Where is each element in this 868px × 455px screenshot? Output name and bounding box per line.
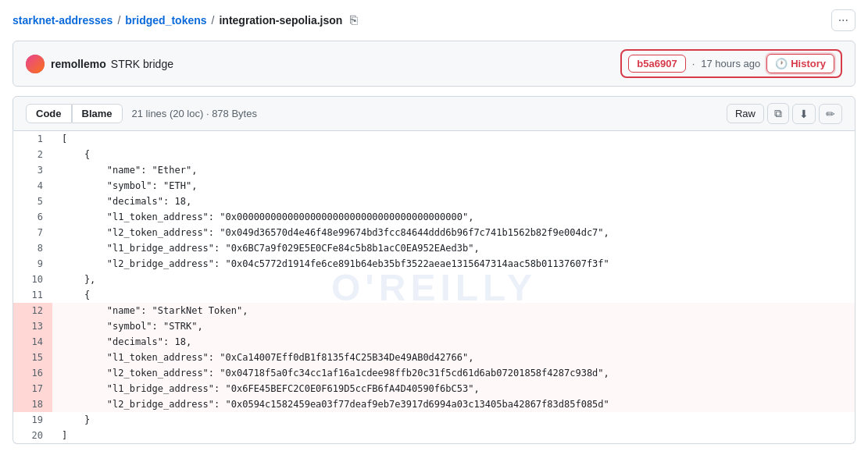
table-row: 18 "l2_bridge_address": "0x0594c1582459e… [13, 396, 855, 412]
line-code: }, [52, 272, 855, 287]
line-code: { [52, 147, 855, 162]
history-button[interactable]: 🕐 History [766, 54, 834, 73]
line-number: 14 [13, 334, 52, 350]
table-row: 19 } [13, 412, 855, 428]
table-row: 15 "l1_token_address": "0xCa14007Eff0dB1… [13, 350, 855, 365]
commit-hash-area: b5a6907 · 17 hours ago 🕐 History [620, 49, 842, 78]
table-row: 11 { [13, 287, 855, 303]
line-code: [ [52, 131, 855, 147]
line-code: "symbol": "STRK", [52, 318, 855, 334]
table-row: 5 "decimals": 18, [13, 194, 855, 209]
table-row: 1[ [13, 131, 855, 147]
line-code: "decimals": 18, [52, 334, 855, 350]
table-row: 13 "symbol": "STRK", [13, 318, 855, 334]
line-number: 19 [13, 412, 52, 428]
line-code: "symbol": "ETH", [52, 178, 855, 194]
line-number: 12 [13, 303, 52, 318]
line-code: } [52, 412, 855, 428]
line-code: "l2_token_address": "0x04718f5a0fc34cc1a… [52, 365, 855, 381]
line-code: "decimals": 18, [52, 194, 855, 209]
table-row: 3 "name": "Ether", [13, 162, 855, 178]
line-number: 4 [13, 178, 52, 194]
table-row: 8 "l1_bridge_address": "0x6BC7a9f029E5E0… [13, 240, 855, 256]
table-row: 12 "name": "StarkNet Token", [13, 303, 855, 318]
commit-author[interactable]: remollemo [51, 58, 106, 70]
table-row: 7 "l2_token_address": "0x049d36570d4e46f… [13, 225, 855, 240]
code-container: O'REILLY 1[2 {3 "name": "Ether",4 "symbo… [13, 131, 855, 444]
sep1: / [117, 14, 120, 27]
line-number: 17 [13, 381, 52, 396]
line-code: "l2_token_address": "0x049d36570d4e46f48… [52, 225, 855, 240]
table-row: 14 "decimals": 18, [13, 334, 855, 350]
more-options-button[interactable]: ··· [831, 9, 855, 31]
line-code: "l1_bridge_address": "0x6FE45BEFC2C0E0F6… [52, 381, 855, 396]
commit-meta: b5a6907 · 17 hours ago 🕐 History [620, 49, 842, 78]
line-number: 18 [13, 396, 52, 412]
commit-time-value: 17 hours ago [701, 58, 760, 69]
line-number: 20 [13, 428, 52, 443]
table-row: 6 "l1_token_address": "0x000000000000000… [13, 209, 855, 225]
line-number: 8 [13, 240, 52, 256]
folder-link[interactable]: bridged_tokens [125, 14, 206, 27]
tab-blame[interactable]: Blame [72, 104, 123, 123]
line-code: "name": "StarkNet Token", [52, 303, 855, 318]
line-code: "name": "Ether", [52, 162, 855, 178]
avatar [26, 55, 45, 73]
table-row: 2 { [13, 147, 855, 162]
line-number: 16 [13, 365, 52, 381]
line-number: 1 [13, 131, 52, 147]
file-name: integration-sepolia.json [219, 14, 342, 27]
table-row: 10 }, [13, 272, 855, 287]
line-number: 15 [13, 350, 52, 365]
line-code: ] [52, 428, 855, 443]
commit-hash-button[interactable]: b5a6907 [628, 55, 685, 73]
breadcrumb: starknet-addresses / bridged_tokens / in… [0, 0, 868, 41]
history-label: History [791, 58, 826, 69]
table-row: 20] [13, 428, 855, 443]
line-number: 2 [13, 147, 52, 162]
line-code: "l2_bridge_address": "0x0594c1582459ea03… [52, 396, 855, 412]
history-icon: 🕐 [775, 58, 788, 69]
commit-message: STRK bridge [111, 58, 621, 70]
repo-link[interactable]: starknet-addresses [13, 14, 113, 27]
code-table: 1[2 {3 "name": "Ether",4 "symbol": "ETH"… [13, 131, 855, 443]
commit-bar: remollemo STRK bridge b5a6907 · 17 hours… [13, 41, 855, 87]
tab-code[interactable]: Code [26, 104, 72, 123]
table-row: 16 "l2_token_address": "0x04718f5a0fc34c… [13, 365, 855, 381]
line-code: "l1_token_address": "0x00000000000000000… [52, 209, 855, 225]
line-number: 6 [13, 209, 52, 225]
line-code: "l1_token_address": "0xCa14007Eff0dB1f81… [52, 350, 855, 365]
edit-button[interactable]: ✏ [819, 104, 842, 124]
copy-raw-button[interactable]: ⧉ [767, 103, 789, 124]
line-number: 9 [13, 256, 52, 272]
line-number: 5 [13, 194, 52, 209]
line-number: 3 [13, 162, 52, 178]
file-info: 21 lines (20 loc) · 878 Bytes [132, 108, 257, 119]
file-toolbar: Code Blame 21 lines (20 loc) · 878 Bytes… [13, 96, 855, 131]
line-code: "l2_bridge_address": "0x04c5772d1914fe6c… [52, 256, 855, 272]
line-number: 13 [13, 318, 52, 334]
copy-path-icon[interactable]: ⎘ [350, 13, 358, 27]
sep2: / [212, 14, 215, 27]
raw-button[interactable]: Raw [727, 104, 764, 123]
line-number: 10 [13, 272, 52, 287]
commit-time: · [692, 58, 695, 69]
line-code: "l1_bridge_address": "0x6BC7a9f029E5E0CF… [52, 240, 855, 256]
line-number: 7 [13, 225, 52, 240]
table-row: 17 "l1_bridge_address": "0x6FE45BEFC2C0E… [13, 381, 855, 396]
line-number: 11 [13, 287, 52, 303]
table-row: 9 "l2_bridge_address": "0x04c5772d1914fe… [13, 256, 855, 272]
table-row: 4 "symbol": "ETH", [13, 178, 855, 194]
line-code: { [52, 287, 855, 303]
download-button[interactable]: ⬇ [792, 104, 816, 124]
file-actions: Raw ⧉ ⬇ ✏ [727, 103, 842, 124]
